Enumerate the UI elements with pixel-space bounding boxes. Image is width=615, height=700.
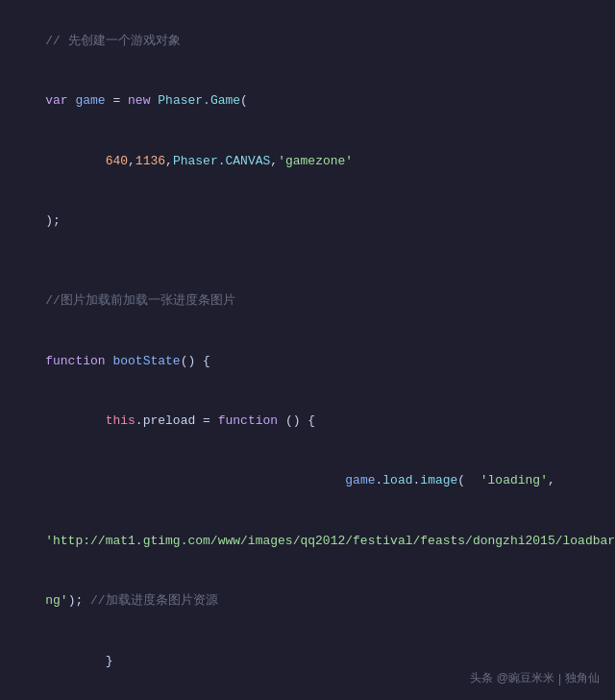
load-method: load (382, 473, 412, 488)
watermark-name: 独角仙 (565, 670, 600, 687)
code-line-8: this.preload = function () { (15, 391, 600, 451)
this-1: this (106, 413, 135, 428)
comment-2: //图片加载前加载一张进度条图片 (45, 293, 235, 308)
code-line-4: ); (15, 191, 600, 251)
code-line-1: // 先创建一个游戏对象 (15, 12, 600, 71)
comment-1: // 先创建一个游戏对象 (45, 34, 180, 48)
url-string: 'http://mat1.gtimg.com/www/images/qq2012… (45, 534, 615, 548)
image-method: image (420, 473, 457, 488)
url-string-cont: ng' (45, 593, 67, 608)
code-line-11: ng'); //加载进度条图片资源 (15, 571, 600, 631)
keyword-new: new (128, 93, 150, 108)
code-line-13: this.create = function () { (15, 691, 600, 700)
code-line-3: 640,1136,Phaser.CANVAS,'gamezone' (15, 132, 600, 191)
watermark-divider: | (558, 672, 561, 686)
param-1136: 1136 (135, 154, 165, 168)
code-editor: // 先创建一个游戏对象 var game = new Phaser.Game(… (0, 0, 615, 700)
param-gamezone: 'gamezone' (278, 154, 353, 168)
watermark: 头条 @豌豆米米 | 独角仙 (470, 670, 600, 687)
code-line-blank-1 (15, 252, 600, 272)
param-canvas: Phaser.CANVAS (173, 154, 270, 168)
func-boot-state: bootState (112, 354, 180, 368)
watermark-author: @豌豆米米 (497, 670, 554, 687)
keyword-var: var (45, 93, 67, 108)
keyword-function-2: function (218, 413, 278, 428)
param-640: 640 (106, 154, 128, 168)
watermark-platform: 头条 (470, 670, 493, 687)
code-line-10: 'http://mat1.gtimg.com/www/images/qq2012… (15, 512, 600, 571)
comment-3: //加载进度条图片资源 (90, 593, 218, 608)
var-game: game (75, 93, 105, 108)
keyword-function-1: function (45, 354, 105, 368)
loading-string: 'loading' (480, 473, 548, 488)
code-line-9: game.load.image( 'loading', (15, 452, 600, 512)
phaser-game: Phaser.Game (158, 93, 240, 108)
game-ref-1: game (345, 473, 375, 488)
code-line-6: //图片加载前加载一张进度条图片 (15, 271, 600, 331)
code-line-2: var game = new Phaser.Game( (15, 71, 600, 131)
code-line-7: function bootState() { (15, 332, 600, 391)
